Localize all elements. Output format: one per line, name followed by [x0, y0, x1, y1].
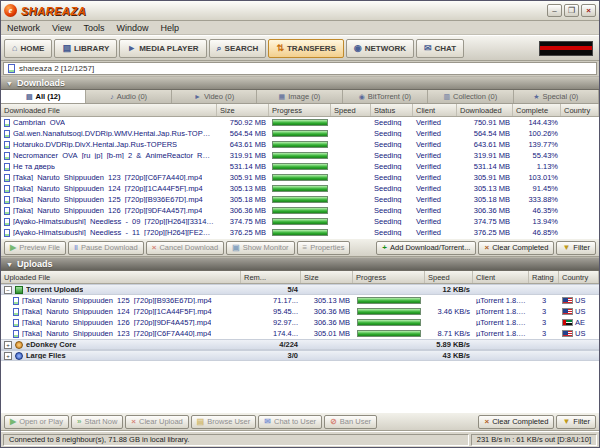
col-progress[interactable]: Progress: [353, 271, 425, 283]
open-or-play-button[interactable]: ▶ Open or Play: [4, 415, 69, 429]
show-monitor-button[interactable]: ▣ Show Monitor: [226, 241, 294, 255]
expander-icon[interactable]: −: [4, 286, 12, 294]
download-row[interactable]: Necromancer_OVA_[ru_jp]_[b-m]_2_&_AnimeR…: [1, 150, 599, 161]
torrent-file-icon: [4, 141, 10, 149]
download-row[interactable]: Hotaruko.DVDRip.DivX.Hentai.Jap.Rus-TOPE…: [1, 139, 599, 150]
preview-file-button[interactable]: ▶ Preview File: [4, 241, 66, 255]
window-tab[interactable]: shareaza 2 [12/1257]: [3, 62, 597, 75]
file-name: eDonkey Core: [26, 341, 76, 349]
downloads-tab-video[interactable]: ► Video (0): [172, 90, 257, 103]
clear-upload-button[interactable]: × Clear Upload: [125, 415, 188, 429]
tab-icon: ▦: [279, 93, 286, 101]
downloads-tab-special[interactable]: ★ Special (0): [514, 90, 599, 103]
button-label: Chat to User: [274, 417, 316, 426]
download-row[interactable]: [Taka]_Naruto_Shippuuden_126_[720p][9DF4…: [1, 205, 599, 216]
col-remaining[interactable]: Rem...: [241, 271, 301, 283]
pause-download-button[interactable]: ‖ Pause Download: [68, 241, 144, 255]
downloads-tab-bittorrent[interactable]: ◉ BitTorrent (0): [343, 90, 428, 103]
nav-tab-media-player[interactable]: ► MEDIA PLAYER: [119, 39, 206, 58]
complete-value: 144.43%: [513, 119, 561, 127]
nav-tab-home[interactable]: ⌂ HOME: [4, 39, 52, 58]
nav-tab-library[interactable]: ▤ LIBRARY: [54, 39, 117, 58]
col-speed[interactable]: Speed: [331, 104, 371, 116]
client-value: Verified: [413, 163, 457, 171]
properties-button[interactable]: ≡ Properties: [297, 241, 351, 255]
download-row[interactable]: Не та дверь 531.14 MB Seeding Verified 5…: [1, 161, 599, 172]
col-downloaded[interactable]: Downloaded: [457, 104, 513, 116]
nav-tab-search[interactable]: ⌕ SEARCH: [209, 39, 267, 58]
start-now-button[interactable]: » Start Now: [71, 415, 123, 429]
speed-value: 8.71 KB/s: [425, 330, 473, 338]
download-row[interactable]: [Ayako-Himatsubushi]_Needless_-_11_[720p…: [1, 227, 599, 238]
client-value: Verified: [413, 119, 457, 127]
upload-row[interactable]: − Torrent Uploads 5/4 12 KB/s: [1, 284, 599, 295]
uploads-clear-completed-button[interactable]: × Clear Completed: [478, 415, 554, 429]
download-row[interactable]: Gal.wen.Nanafutsogi.DVDRip.WMV.Hentai.Ja…: [1, 128, 599, 139]
download-row[interactable]: [Taka]_Naruto_Shippuuden_125_[720p][B936…: [1, 194, 599, 205]
clear-completed-button[interactable]: × Clear Completed: [478, 241, 554, 255]
minimize-button[interactable]: –: [547, 4, 562, 17]
col-status[interactable]: Status: [371, 104, 413, 116]
tab-icon: ▥: [443, 93, 450, 101]
uploads-section-header[interactable]: ▼ Uploads: [1, 257, 599, 271]
upload-row[interactable]: [Taka]_Naruto_Shippuuden_126_[720p][9DF4…: [1, 317, 599, 328]
col-uploaded-file[interactable]: Uploaded File: [1, 271, 241, 283]
client-value: Verified: [413, 196, 457, 204]
col-speed[interactable]: Speed: [425, 271, 473, 283]
button-label: Browse User: [207, 417, 250, 426]
col-progress[interactable]: Progress: [269, 104, 331, 116]
downloads-tab-audio[interactable]: ♪ Audio (0): [86, 90, 171, 103]
expander-icon[interactable]: +: [4, 352, 12, 360]
download-row[interactable]: [Ayako-Himatsubushi]_Needless_-_09_[720p…: [1, 216, 599, 227]
uploads-filter-button[interactable]: ▼ Filter: [556, 415, 596, 429]
upload-row[interactable]: [Taka]_Naruto_Shippuuden_123_[720p][C6F7…: [1, 328, 599, 339]
add-download-torrent-button[interactable]: + Add Download/Torrent...: [376, 241, 476, 255]
browse-user-button[interactable]: ▤ Browse User: [191, 415, 257, 429]
col-country[interactable]: Country: [561, 104, 599, 116]
menu-network[interactable]: Network: [7, 23, 40, 33]
nav-tab-network[interactable]: ◉ NETWORK: [346, 39, 414, 58]
torrent-file-icon: [4, 174, 10, 182]
nav-tab-chat[interactable]: ✉ CHAT: [416, 39, 464, 58]
tab-label: Video (0): [204, 92, 234, 101]
download-row[interactable]: Cambrian_OVA 750.92 MB Seeding Verified …: [1, 117, 599, 128]
col-size[interactable]: Size: [217, 104, 269, 116]
nav-tab-transfers[interactable]: ⇅ TRANSFERS: [268, 39, 343, 58]
expander-icon[interactable]: +: [4, 341, 12, 349]
col-size[interactable]: Size: [301, 271, 353, 283]
file-name: [Taka]_Naruto_Shippuuden_126_[720p][9DF4…: [22, 319, 211, 327]
col-country[interactable]: Country: [559, 271, 599, 283]
upload-row[interactable]: + eDonkey Core 4/224 5.89 KB/s: [1, 339, 599, 350]
downloads-tab-image[interactable]: ▦ Image (0): [257, 90, 342, 103]
tab-icon: ▤: [26, 93, 33, 101]
col-complete[interactable]: Complete: [513, 104, 561, 116]
col-rating[interactable]: Rating: [529, 271, 559, 283]
menu-window[interactable]: Window: [116, 23, 148, 33]
size-value: 306.36 MB: [301, 319, 353, 327]
downloads-section-header[interactable]: ▼ Downloads: [1, 76, 599, 90]
upload-row[interactable]: [Taka]_Naruto_Shippuuden_124_[720p][1CA4…: [1, 306, 599, 317]
complete-value: 1.13%: [513, 163, 561, 171]
menu-tools[interactable]: Tools: [83, 23, 104, 33]
downloads-tab-collection[interactable]: ▥ Collection (0): [428, 90, 513, 103]
maximize-button[interactable]: ❐: [564, 4, 579, 17]
nav-tab-label: CHAT: [435, 44, 457, 53]
tab-label: Image (0): [288, 92, 320, 101]
col-client[interactable]: Client: [473, 271, 529, 283]
download-row[interactable]: [Taka]_Naruto_Shippuuden_124_[720p][1CA4…: [1, 183, 599, 194]
menu-view[interactable]: View: [52, 23, 71, 33]
progress-bar: [272, 207, 328, 214]
download-row[interactable]: [Taka]_Naruto_Shippuuden_123_[720p][C6F7…: [1, 172, 599, 183]
col-client[interactable]: Client: [413, 104, 457, 116]
cancel-download-button[interactable]: × Cancel Download: [146, 241, 224, 255]
ban-user-button[interactable]: ⊘ Ban User: [324, 415, 377, 429]
chat-to-user-button[interactable]: ✉ Chat to User: [258, 415, 322, 429]
close-button[interactable]: ×: [581, 4, 596, 17]
downloads-tab-all[interactable]: ▤ All (12): [1, 90, 86, 103]
upload-row[interactable]: + Large Files 3/0 43 KB/s: [1, 350, 599, 361]
upload-row[interactable]: [Taka]_Naruto_Shippuuden_125_[720p][B936…: [1, 295, 599, 306]
filter-button[interactable]: ▼ Filter: [556, 241, 596, 255]
client-value: µTorrent 1.8.3.0: [473, 297, 529, 305]
col-downloaded-file[interactable]: Downloaded File: [1, 104, 217, 116]
menu-help[interactable]: Help: [160, 23, 179, 33]
